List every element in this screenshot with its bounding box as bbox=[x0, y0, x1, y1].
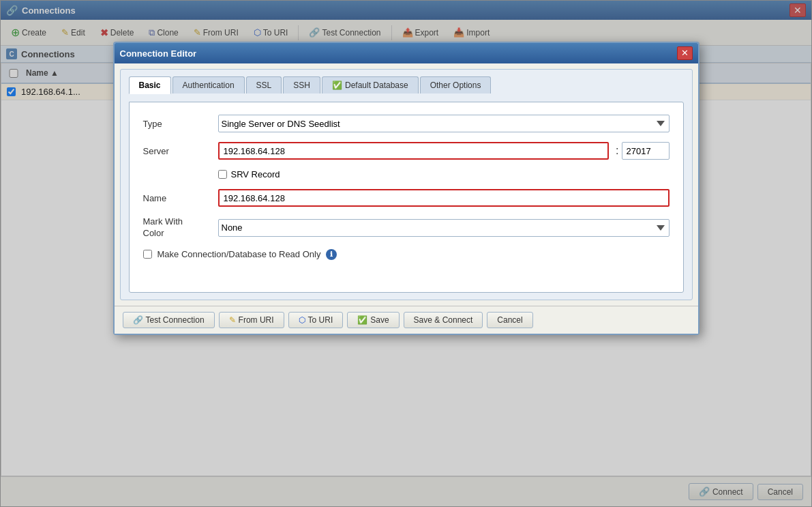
dialog-save-connect-label: Save & Connect bbox=[414, 315, 473, 325]
type-select[interactable]: Single Server or DNS SeedlistReplica Set… bbox=[218, 115, 670, 132]
srv-label: SRV Record bbox=[231, 169, 280, 179]
server-label: Server bbox=[143, 146, 211, 156]
tab-default-db-icon: ✅ bbox=[332, 81, 342, 90]
tab-ssh-label: SSH bbox=[293, 81, 310, 90]
dialog-to-uri-label: To URI bbox=[308, 315, 333, 325]
tab-content-basic: Type Single Server or DNS SeedlistReplic… bbox=[129, 102, 684, 293]
info-icon: ℹ bbox=[326, 249, 337, 260]
dialog-cancel-label: Cancel bbox=[497, 315, 522, 325]
tab-default-database[interactable]: ✅ Default Database bbox=[322, 76, 419, 93]
dialog-save-connect-button[interactable]: Save & Connect bbox=[404, 312, 483, 328]
dialog-close-button[interactable]: ✕ bbox=[677, 46, 693, 60]
dialog-overlay: Connection Editor ✕ Basic Authentication… bbox=[1, 1, 811, 506]
tab-default-db-label: Default Database bbox=[345, 81, 408, 90]
form-row-server: Server : bbox=[143, 142, 670, 160]
mark-color-label: Mark WithColor bbox=[143, 216, 211, 240]
dialog-title-bar: Connection Editor ✕ bbox=[115, 43, 698, 63]
dialog-cancel-button[interactable]: Cancel bbox=[487, 312, 532, 328]
mark-color-select[interactable]: NoneRedGreenBlueYellow bbox=[218, 219, 670, 237]
main-window: 🔗 Connections ✕ ⊕ Create ✎ Edit ✖ Delete… bbox=[0, 0, 812, 507]
tab-bar: Basic Authentication SSL SSH ✅ Default D… bbox=[129, 76, 684, 93]
srv-checkbox[interactable] bbox=[218, 170, 227, 179]
tab-ssl-label: SSL bbox=[256, 81, 272, 90]
tab-ssh[interactable]: SSH bbox=[283, 76, 320, 93]
port-area: : bbox=[616, 142, 669, 160]
form-row-srv: SRV Record bbox=[218, 169, 670, 179]
readonly-checkbox[interactable] bbox=[143, 250, 152, 259]
dialog-from-uri-button[interactable]: ✎ From URI bbox=[219, 312, 284, 328]
port-separator: : bbox=[616, 145, 618, 157]
type-label: Type bbox=[143, 119, 211, 129]
tab-other-options-label: Other Options bbox=[430, 81, 481, 90]
tab-authentication[interactable]: Authentication bbox=[172, 76, 245, 93]
tab-authentication-label: Authentication bbox=[183, 81, 235, 90]
form-row-mark-color: Mark WithColor NoneRedGreenBlueYellow bbox=[143, 216, 670, 240]
name-input[interactable] bbox=[218, 189, 670, 207]
dialog-save-icon: ✅ bbox=[357, 315, 367, 325]
dialog-footer: 🔗 Test Connection ✎ From URI ⬡ To URI ✅ … bbox=[115, 306, 698, 334]
dialog-from-uri-label: From URI bbox=[239, 315, 274, 325]
form-row-name: Name bbox=[143, 189, 670, 207]
dialog-from-uri-icon: ✎ bbox=[229, 315, 236, 325]
tab-ssl[interactable]: SSL bbox=[246, 76, 282, 93]
name-label: Name bbox=[143, 193, 211, 203]
dialog-body: Basic Authentication SSL SSH ✅ Default D… bbox=[120, 69, 693, 300]
form-row-type: Type Single Server or DNS SeedlistReplic… bbox=[143, 115, 670, 132]
form-row-readonly: Make Connection/Database to Read Only ℹ bbox=[143, 249, 670, 260]
dialog-test-connection-button[interactable]: 🔗 Test Connection bbox=[123, 312, 215, 328]
tab-other-options[interactable]: Other Options bbox=[420, 76, 492, 93]
server-input[interactable] bbox=[218, 142, 610, 160]
connection-editor-dialog: Connection Editor ✕ Basic Authentication… bbox=[113, 42, 700, 335]
dialog-save-button[interactable]: ✅ Save bbox=[347, 312, 399, 328]
dialog-to-uri-button[interactable]: ⬡ To URI bbox=[288, 312, 344, 328]
dialog-test-label: Test Connection bbox=[146, 315, 205, 325]
tab-basic[interactable]: Basic bbox=[129, 76, 171, 94]
dialog-test-icon: 🔗 bbox=[133, 315, 143, 325]
dialog-title: Connection Editor bbox=[120, 48, 197, 59]
readonly-label: Make Connection/Database to Read Only bbox=[157, 249, 321, 259]
port-input[interactable] bbox=[622, 142, 670, 160]
dialog-save-label: Save bbox=[370, 315, 389, 325]
dialog-to-uri-icon: ⬡ bbox=[299, 315, 305, 325]
tab-basic-label: Basic bbox=[139, 81, 161, 90]
